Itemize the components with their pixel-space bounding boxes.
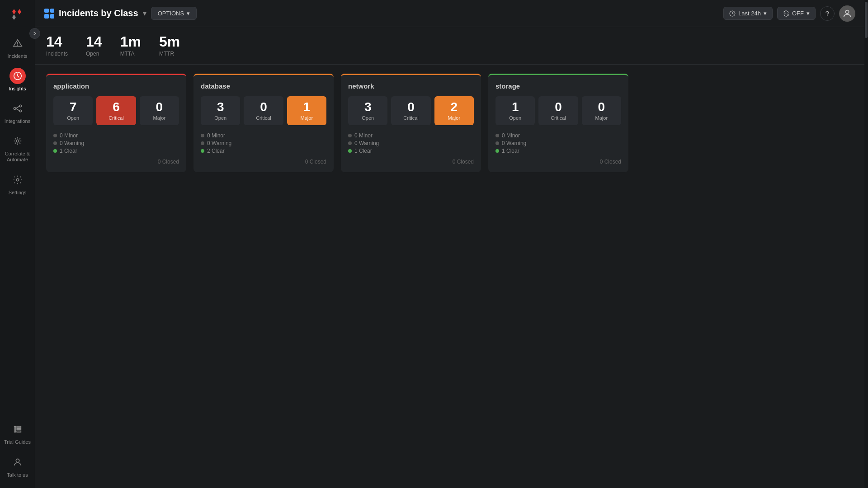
title-chevron-icon[interactable]: ▾ — [143, 9, 146, 18]
time-chevron-icon: ▾ — [764, 10, 767, 17]
metric-major: 0 Major — [582, 96, 621, 125]
warning-dot — [495, 141, 499, 145]
stat-mttr-value: 5m — [159, 34, 180, 49]
minor-stat: 0 Minor — [495, 132, 621, 139]
stat-mttr-label: MTTR — [159, 51, 180, 57]
sidebar-item-talk-to-us[interactable]: Talk to us — [0, 450, 35, 483]
minor-stat: 0 Minor — [201, 132, 326, 139]
svg-point-5 — [16, 179, 19, 182]
sidebar-item-insights[interactable]: Insights — [0, 63, 35, 96]
warning-dot — [53, 141, 57, 145]
sidebar-item-integrations[interactable]: Integrations — [0, 96, 35, 128]
card-footer-database: 0 Closed — [201, 159, 326, 165]
clear-stat: 1 Clear — [53, 148, 179, 154]
sidebar-insights-label: Insights — [9, 86, 26, 91]
metric-major: 1 Major — [287, 96, 326, 125]
card-application[interactable]: application 7 Open 6 Critical 0 Major 0 … — [46, 74, 186, 172]
card-footer-application: 0 Closed — [53, 159, 179, 165]
metric-open: 3 Open — [348, 96, 387, 125]
card-title-application: application — [53, 82, 179, 90]
card-storage[interactable]: storage 1 Open 0 Critical 0 Major 0 Mino… — [488, 74, 628, 172]
svg-point-2 — [19, 105, 22, 107]
main-area: Incidents by Class ▾ OPTIONS ▾ Last 24h … — [35, 0, 864, 488]
sidebar-correlate-label: Correlate & Automate — [2, 151, 33, 163]
app-logo — [9, 5, 27, 23]
warning-stat: 0 Warning — [201, 140, 326, 146]
minor-stat: 0 Minor — [53, 132, 179, 139]
stats-row: 14 Incidents 14 Open 1m MTTA 5m MTTR — [35, 27, 864, 65]
metric-critical: 0 Critical — [538, 96, 578, 125]
clear-stat: 2 Clear — [201, 148, 326, 154]
topbar: Incidents by Class ▾ OPTIONS ▾ Last 24h … — [35, 0, 864, 27]
card-title-storage: storage — [495, 82, 621, 90]
clock-icon — [729, 10, 736, 17]
options-chevron-icon: ▾ — [187, 10, 190, 17]
stat-mttr: 5m MTTR — [159, 34, 180, 57]
sidebar: Incidents Insights Integrations — [0, 0, 35, 488]
stat-mtta-value: 1m — [120, 34, 141, 49]
clear-stat: 1 Clear — [348, 148, 474, 154]
sidebar-talk-label: Talk to us — [7, 472, 28, 478]
clear-dot — [348, 149, 352, 153]
sidebar-item-correlate[interactable]: Correlate & Automate — [0, 128, 35, 167]
options-button[interactable]: OPTIONS ▾ — [151, 7, 197, 20]
card-database[interactable]: database 3 Open 0 Critical 1 Major 0 Min… — [193, 74, 334, 172]
metric-major: 0 Major — [140, 96, 179, 125]
help-button[interactable]: ? — [820, 6, 835, 21]
clear-dot — [201, 149, 204, 153]
refresh-chevron-icon: ▾ — [807, 10, 810, 17]
metric-open: 1 Open — [495, 96, 535, 125]
content-area: application 7 Open 6 Critical 0 Major 0 … — [35, 65, 864, 488]
card-title-network: network — [348, 82, 474, 90]
minor-dot — [348, 134, 352, 137]
grid-icon — [44, 9, 54, 19]
svg-point-6 — [16, 459, 19, 462]
details-row-storage: 0 Minor 0 Warning 1 Clear — [495, 132, 621, 154]
svg-point-3 — [19, 110, 22, 112]
stat-mtta-label: MTTA — [120, 51, 141, 57]
warning-stat: 0 Warning — [348, 140, 474, 146]
minor-dot — [201, 134, 204, 137]
topbar-title-area: Incidents by Class ▾ OPTIONS ▾ — [44, 7, 718, 20]
metric-major: 2 Major — [434, 96, 474, 125]
avatar-icon — [842, 9, 852, 19]
user-avatar[interactable] — [839, 5, 855, 22]
stat-open: 14 Open — [86, 34, 102, 57]
sidebar-item-settings[interactable]: Settings — [0, 167, 35, 200]
card-footer-storage: 0 Closed — [495, 159, 621, 165]
metrics-row-network: 3 Open 0 Critical 2 Major — [348, 96, 474, 125]
details-row-network: 0 Minor 0 Warning 1 Clear — [348, 132, 474, 154]
metrics-row-storage: 1 Open 0 Critical 0 Major — [495, 96, 621, 125]
page-title: Incidents by Class — [59, 8, 138, 19]
topbar-right: Last 24h ▾ OFF ▾ ? — [723, 5, 855, 22]
warning-dot — [348, 141, 352, 145]
clear-dot — [495, 149, 499, 153]
scrollbar-thumb[interactable] — [865, 2, 868, 38]
refresh-icon — [783, 10, 789, 17]
metrics-row-database: 3 Open 0 Critical 1 Major — [201, 96, 326, 125]
stat-open-label: Open — [86, 51, 102, 57]
metric-open: 3 Open — [201, 96, 240, 125]
stat-open-value: 14 — [86, 34, 102, 49]
stat-incidents-label: Incidents — [46, 51, 68, 57]
sidebar-integrations-label: Integrations — [5, 118, 30, 124]
metric-open: 7 Open — [53, 96, 93, 125]
clear-dot — [53, 149, 57, 153]
refresh-button[interactable]: OFF ▾ — [777, 7, 816, 20]
svg-point-4 — [16, 140, 19, 142]
sidebar-incidents-label: Incidents — [7, 53, 27, 59]
warning-stat: 0 Warning — [495, 140, 621, 146]
details-row-application: 0 Minor 0 Warning 1 Clear — [53, 132, 179, 154]
card-footer-network: 0 Closed — [348, 159, 474, 165]
sidebar-item-trial-guides[interactable]: Trial Guides — [0, 417, 35, 450]
minor-dot — [495, 134, 499, 137]
minor-dot — [53, 134, 57, 137]
card-network[interactable]: network 3 Open 0 Critical 2 Major 0 Mino… — [341, 74, 481, 172]
time-range-button[interactable]: Last 24h ▾ — [723, 7, 773, 20]
card-title-database: database — [201, 82, 326, 90]
scrollbar-track[interactable] — [864, 0, 868, 488]
svg-point-8 — [845, 10, 849, 13]
sidebar-expand-button[interactable] — [29, 28, 40, 39]
warning-stat: 0 Warning — [53, 140, 179, 146]
metric-critical: 0 Critical — [244, 96, 283, 125]
